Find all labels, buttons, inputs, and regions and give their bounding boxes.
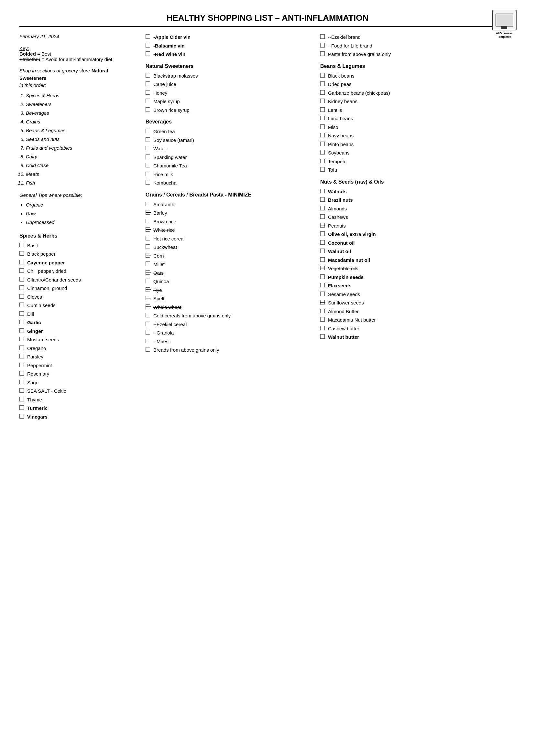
checkbox-icon[interactable] <box>19 380 24 384</box>
sections-list: Spices & Herbs Sweeteners Beverages Grai… <box>26 91 136 187</box>
checkbox-icon[interactable] <box>19 405 24 410</box>
list-item: -Red Wine vin <box>146 51 311 58</box>
checkbox-icon[interactable] <box>146 261 150 266</box>
checkbox-icon[interactable] <box>320 249 325 253</box>
checkbox-icon[interactable] <box>320 274 325 279</box>
checkbox-icon[interactable] <box>146 90 150 95</box>
checkbox-icon[interactable] <box>320 150 325 154</box>
checkbox-icon[interactable] <box>19 277 24 282</box>
list-item: Cashew butter <box>320 325 516 333</box>
checkbox-icon[interactable] <box>320 231 325 236</box>
checkbox-icon[interactable] <box>320 81 325 86</box>
checkbox-icon[interactable] <box>19 397 24 401</box>
checkbox-icon[interactable] <box>19 328 24 333</box>
checkbox-icon[interactable] <box>320 197 325 202</box>
checkbox-icon[interactable] <box>146 129 150 133</box>
checkbox-icon[interactable] <box>320 309 325 313</box>
checkbox-icon[interactable] <box>320 317 325 322</box>
checkbox-icon[interactable] <box>19 388 24 393</box>
checkbox-icon[interactable] <box>320 43 325 47</box>
checkbox-icon[interactable] <box>320 142 325 146</box>
checkbox-icon[interactable] <box>146 51 150 56</box>
checkbox-icon[interactable] <box>146 347 150 352</box>
checkbox-icon[interactable] <box>146 202 150 206</box>
checkbox-icon[interactable] <box>320 133 325 137</box>
checkbox-icon[interactable] <box>320 189 325 193</box>
checkbox-icon[interactable] <box>146 146 150 150</box>
checkbox-icon[interactable] <box>320 326 325 330</box>
checkbox-icon[interactable] <box>320 51 325 56</box>
checkbox-icon[interactable] <box>19 354 24 359</box>
checkbox-icon[interactable] <box>146 296 150 300</box>
checkbox-icon[interactable] <box>146 339 150 343</box>
checkbox-icon[interactable] <box>146 163 150 167</box>
item-label: Sunflower seeds <box>328 299 364 307</box>
checkbox-icon[interactable] <box>146 330 150 335</box>
checkbox-icon[interactable] <box>146 180 150 185</box>
checkbox-icon[interactable] <box>146 279 150 283</box>
checkbox-icon[interactable] <box>19 285 24 290</box>
checkbox-icon[interactable] <box>320 257 325 262</box>
checkbox-icon[interactable] <box>146 287 150 292</box>
checkbox-icon[interactable] <box>320 266 325 270</box>
col3-top-list: --Ezekiel brand--Food for Life brandPast… <box>320 34 516 58</box>
checkbox-icon[interactable] <box>320 116 325 120</box>
checkbox-icon[interactable] <box>320 167 325 172</box>
checkbox-icon[interactable] <box>320 300 325 305</box>
list-item: Corn <box>146 253 311 260</box>
checkbox-icon[interactable] <box>146 322 150 326</box>
checkbox-icon[interactable] <box>320 214 325 219</box>
list-item: Macadamia nut oil <box>320 256 516 264</box>
checkbox-icon[interactable] <box>19 311 24 316</box>
list-item: Rice milk <box>146 171 311 178</box>
checkbox-icon[interactable] <box>320 283 325 287</box>
checkbox-icon[interactable] <box>19 268 24 273</box>
checkbox-icon[interactable] <box>19 303 24 307</box>
checkbox-icon[interactable] <box>320 90 325 95</box>
checkbox-icon[interactable] <box>19 251 24 256</box>
checkbox-icon[interactable] <box>146 137 150 142</box>
checkbox-icon[interactable] <box>320 291 325 296</box>
checkbox-icon[interactable] <box>19 414 24 418</box>
checkbox-icon[interactable] <box>146 313 150 317</box>
checkbox-icon[interactable] <box>320 159 325 163</box>
checkbox-icon[interactable] <box>19 320 24 324</box>
item-label: Walnut oil <box>328 248 351 255</box>
checkbox-icon[interactable] <box>19 337 24 341</box>
checkbox-icon[interactable] <box>146 244 150 249</box>
list-item: Raw <box>26 209 136 218</box>
checkbox-icon[interactable] <box>19 371 24 376</box>
checkbox-icon[interactable] <box>146 98 150 103</box>
item-label: --Muesli <box>153 338 170 345</box>
checkbox-icon[interactable] <box>146 236 150 240</box>
checkbox-icon[interactable] <box>146 73 150 78</box>
list-item: Whole wheat <box>146 304 311 311</box>
checkbox-icon[interactable] <box>146 81 150 86</box>
checkbox-icon[interactable] <box>146 227 150 232</box>
checkbox-icon[interactable] <box>320 98 325 103</box>
checkbox-icon[interactable] <box>19 345 24 350</box>
beverages-heading: Beverages <box>146 119 311 125</box>
checkbox-icon[interactable] <box>146 305 150 309</box>
checkbox-icon[interactable] <box>320 240 325 245</box>
checkbox-icon[interactable] <box>320 34 325 39</box>
checkbox-icon[interactable] <box>146 34 150 39</box>
checkbox-icon[interactable] <box>146 154 150 159</box>
checkbox-icon[interactable] <box>320 124 325 129</box>
checkbox-icon[interactable] <box>19 260 24 264</box>
checkbox-icon[interactable] <box>146 172 150 176</box>
checkbox-icon[interactable] <box>320 73 325 78</box>
checkbox-icon[interactable] <box>19 243 24 247</box>
checkbox-icon[interactable] <box>146 107 150 112</box>
checkbox-icon[interactable] <box>320 223 325 228</box>
checkbox-icon[interactable] <box>146 210 150 215</box>
checkbox-icon[interactable] <box>320 206 325 210</box>
checkbox-icon[interactable] <box>146 253 150 257</box>
checkbox-icon[interactable] <box>146 219 150 223</box>
checkbox-icon[interactable] <box>19 294 24 299</box>
checkbox-icon[interactable] <box>19 363 24 367</box>
checkbox-icon[interactable] <box>320 107 325 112</box>
checkbox-icon[interactable] <box>146 43 150 47</box>
checkbox-icon[interactable] <box>146 270 150 275</box>
checkbox-icon[interactable] <box>320 334 325 339</box>
